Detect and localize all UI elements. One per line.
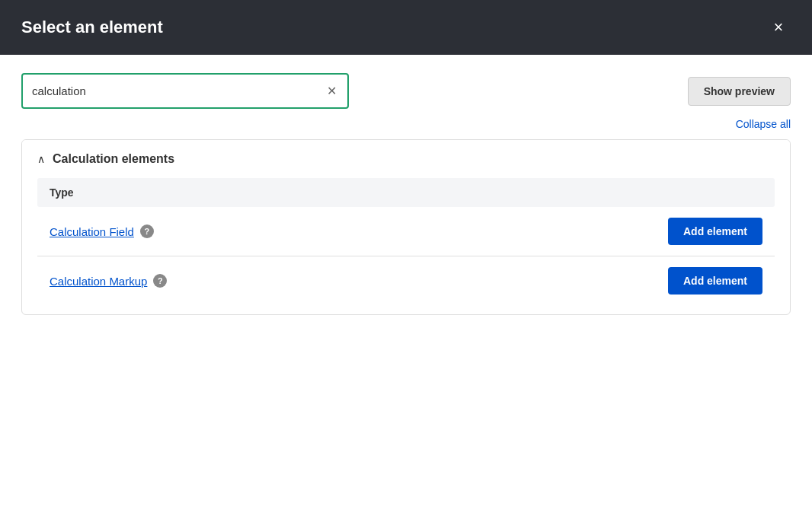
add-element-button-2[interactable]: Add element [668,267,762,295]
section-card: ∧ Calculation elements Type Calculation … [21,139,791,315]
search-row: ✕ Show preview [21,73,791,109]
collapse-all-link[interactable]: Collapse all [736,118,791,130]
calculation-markup-link[interactable]: Calculation Markup [50,275,147,288]
select-element-modal: Select an element × ✕ Show preview Colla… [0,0,812,519]
add-element-button-1[interactable]: Add element [668,218,762,245]
calculation-markup-help-icon[interactable]: ? [153,274,167,288]
section-header[interactable]: ∧ Calculation elements [22,140,790,178]
collapse-all-row: Collapse all [21,118,791,130]
section-content: Type Calculation Field ? Add element Cal… [22,178,790,314]
section-chevron-icon: ∧ [37,153,45,165]
section-title: Calculation elements [53,152,174,166]
modal-header: Select an element × [0,0,812,55]
element-left-1: Calculation Field ? [50,224,154,238]
close-button[interactable]: × [766,15,791,40]
show-preview-button[interactable]: Show preview [688,77,791,106]
table-header: Type [37,178,775,207]
calculation-field-help-icon[interactable]: ? [140,224,154,238]
search-clear-button[interactable]: ✕ [325,82,338,100]
table-header-type: Type [50,186,74,199]
modal-title: Select an element [21,18,163,37]
element-row: Calculation Field ? Add element [37,207,775,256]
calculation-field-link[interactable]: Calculation Field [50,225,134,238]
element-left-2: Calculation Markup ? [50,274,167,288]
element-row-2: Calculation Markup ? Add element [37,256,775,305]
search-input[interactable] [32,84,325,97]
modal-body: ✕ Show preview Collapse all ∧ Calculatio… [0,55,812,519]
search-input-wrapper: ✕ [21,73,349,109]
